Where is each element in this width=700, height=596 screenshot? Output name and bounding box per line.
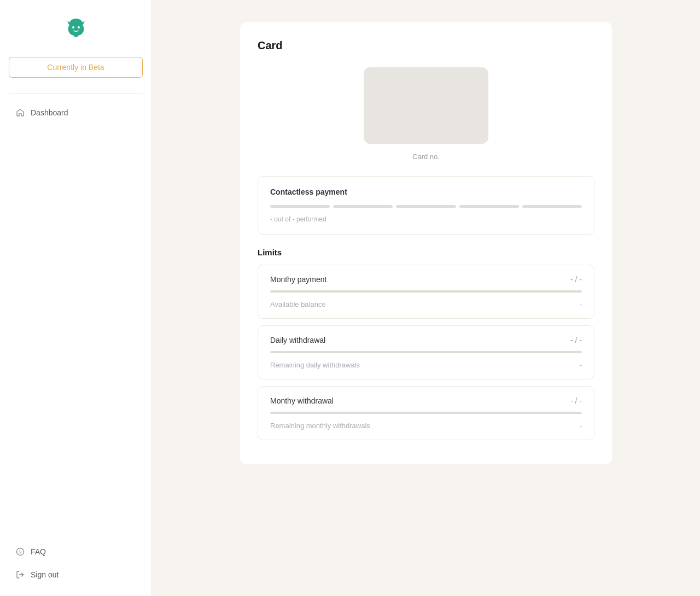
beta-button[interactable]: Currently in Beta: [9, 57, 143, 78]
monthly-payment-balance-value: -: [580, 300, 582, 308]
sidebar-item-signout[interactable]: Sign out: [9, 564, 143, 585]
daily-withdrawal-limit-box: Daily withdrawal - / - Remaining daily w…: [258, 325, 594, 379]
daily-withdrawal-label: Daily withdrawal: [270, 336, 325, 344]
monthly-withdrawal-label: Monthy withdrawal: [270, 396, 334, 405]
content-card: Card Card no. Contactless payment - out …: [240, 22, 612, 464]
monthly-withdrawal-limit-row: Monthy withdrawal - / -: [270, 396, 582, 405]
daily-withdrawal-balance-row: Remaining daily withdrawals -: [270, 361, 582, 369]
signout-icon: [15, 570, 25, 580]
monthly-payment-limit-box: Monthy payment - / - Available balance -: [258, 265, 594, 319]
daily-withdrawal-value: - / -: [570, 336, 582, 344]
card-number-label: Card no.: [258, 153, 594, 161]
sidebar-item-signout-label: Sign out: [31, 570, 59, 579]
monthly-withdrawal-limit-box: Monthy withdrawal - / - Remaining monthl…: [258, 386, 594, 440]
daily-withdrawal-balance-label: Remaining daily withdrawals: [270, 361, 360, 369]
sidebar-divider: [9, 93, 143, 94]
virtual-card: [364, 67, 488, 144]
contactless-payment-section: Contactless payment - out of - performed: [258, 176, 594, 235]
daily-withdrawal-balance-value: -: [580, 361, 582, 369]
monthly-payment-balance-row: Available balance -: [270, 300, 582, 308]
performed-text: - out of - performed: [270, 215, 582, 223]
progress-bar-1: [270, 205, 330, 208]
limits-title: Limits: [258, 248, 594, 257]
monthly-withdrawal-balance-value: -: [580, 422, 582, 430]
monthly-withdrawal-balance-label: Remaining monthly withdrawals: [270, 422, 370, 430]
card-visual-area: [258, 67, 594, 144]
progress-bar-3: [396, 205, 456, 208]
monthly-withdrawal-progress: [270, 412, 582, 414]
app-logo-icon: [63, 16, 89, 38]
sidebar-logo: [9, 11, 143, 44]
contactless-progress-bars: [270, 205, 582, 208]
svg-text:?: ?: [19, 550, 21, 555]
contactless-payment-title: Contactless payment: [270, 188, 582, 196]
progress-bar-2: [333, 205, 393, 208]
monthly-payment-limit-row: Monthy payment - / -: [270, 275, 582, 284]
sidebar-item-dashboard-label: Dashboard: [31, 108, 68, 117]
monthly-payment-balance-label: Available balance: [270, 300, 326, 308]
sidebar-bottom: ? FAQ Sign out: [9, 541, 143, 585]
daily-withdrawal-limit-row: Daily withdrawal - / -: [270, 336, 582, 344]
question-icon: ?: [15, 547, 25, 557]
sidebar-item-dashboard[interactable]: Dashboard: [9, 102, 143, 123]
monthly-payment-value: - / -: [570, 275, 582, 284]
home-icon: [15, 108, 25, 118]
sidebar: Currently in Beta Dashboard ? FAQ: [0, 0, 152, 596]
sidebar-item-faq-label: FAQ: [31, 547, 46, 556]
page-title: Card: [258, 39, 594, 52]
main-content: Card Card no. Contactless payment - out …: [152, 0, 700, 596]
sidebar-item-faq[interactable]: ? FAQ: [9, 541, 143, 562]
monthly-withdrawal-value: - / -: [570, 396, 582, 405]
svg-point-1: [78, 26, 80, 28]
daily-withdrawal-progress: [270, 351, 582, 353]
monthly-payment-progress: [270, 290, 582, 293]
sidebar-nav: Dashboard: [9, 102, 143, 123]
progress-bar-4: [459, 205, 519, 208]
monthly-payment-label: Monthy payment: [270, 275, 327, 284]
svg-point-0: [72, 26, 74, 28]
progress-bar-5: [522, 205, 582, 208]
monthly-withdrawal-balance-row: Remaining monthly withdrawals -: [270, 422, 582, 430]
